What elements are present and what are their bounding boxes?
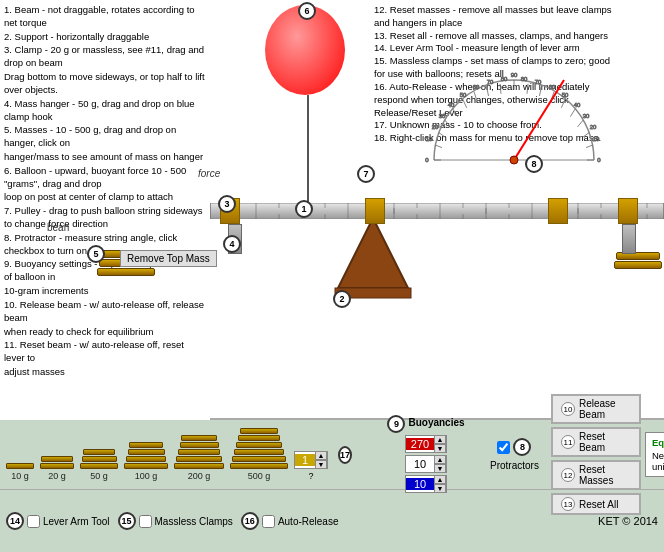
btn-num-11: 11 [561, 435, 575, 449]
buoyancy-spinner-1[interactable]: 270 ▲ ▼ [405, 435, 447, 453]
num-label-9: 9 [387, 415, 405, 433]
mass-200g[interactable]: 200 g [174, 435, 224, 481]
checkbox-8[interactable] [497, 441, 510, 454]
svg-text:60: 60 [473, 84, 480, 90]
checkbox-massless-clamps[interactable] [139, 515, 152, 528]
mass-stack-right[interactable] [614, 252, 662, 269]
num-label-4: 4 [223, 235, 241, 253]
simulation-area: 1. Beam - not draggable, rotates accordi… [0, 0, 664, 420]
release-beam-label: Release Beam [579, 398, 631, 420]
instr-12a: 12. Reset masses - remove all masses but… [374, 4, 660, 17]
buoyancy-val-1: 270 [406, 438, 434, 450]
clamp-right1[interactable] [548, 198, 568, 224]
ket-copyright: KET © 2014 [598, 515, 658, 527]
svg-text:80: 80 [501, 76, 508, 82]
svg-line-52 [570, 109, 575, 117]
num-label-15: 15 [118, 512, 136, 530]
num-label-14: 14 [6, 512, 24, 530]
num-label-2: 2 [333, 290, 351, 308]
lever-arm-tool-item: 14 Lever Arm Tool [6, 512, 110, 530]
hanger-right[interactable] [622, 224, 636, 254]
svg-text:20: 20 [590, 124, 597, 130]
svg-text:20: 20 [432, 124, 439, 130]
unknown-mass-section: 1 ▲ ▼ ? [294, 451, 328, 481]
clamp-middle[interactable] [365, 198, 385, 224]
num-label-3: 3 [218, 195, 236, 213]
svg-line-50 [578, 120, 584, 127]
mass-plate-3 [97, 268, 155, 276]
unknown-mass-down[interactable]: ▼ [315, 460, 327, 469]
svg-text:30: 30 [583, 113, 590, 119]
btn-num-10: 10 [561, 402, 575, 416]
force-label: force [198, 168, 220, 179]
reset-masses-button[interactable]: 12 Reset Masses [551, 460, 641, 490]
buoyancy-row-2: 10 ▲ ▼ [405, 455, 447, 473]
svg-text:70: 70 [487, 79, 494, 85]
svg-marker-0 [338, 218, 408, 288]
mass-plate-r2 [614, 261, 662, 269]
svg-text:90: 90 [511, 72, 518, 78]
reset-masses-label: Reset Masses [579, 464, 631, 486]
buoy1-up[interactable]: ▲ [434, 435, 446, 444]
svg-text:0: 0 [597, 157, 601, 163]
buoy1-down[interactable]: ▼ [434, 444, 446, 453]
mass-500g[interactable]: 500 g [230, 428, 288, 481]
instr-6b: loop on post at center of clamp to attac… [4, 191, 206, 204]
clamp-right2[interactable] [618, 198, 638, 224]
mass-100g[interactable]: 100 g [124, 442, 168, 481]
instr-11a: 11. Reset beam - w/ auto-release off, re… [4, 339, 206, 365]
unknown-mass-spinner[interactable]: 1 ▲ ▼ [294, 451, 328, 469]
auto-release-label: Auto-Release [278, 516, 339, 527]
svg-line-70 [463, 99, 467, 108]
svg-point-83 [510, 156, 518, 164]
instr-10a: 10. Release beam - w/ auto-release off, … [4, 299, 206, 325]
massless-clamps-label: Massless Clamps [155, 516, 233, 527]
svg-line-54 [561, 99, 565, 108]
instr-2: 2. Support - horizontally draggable [4, 31, 206, 44]
remove-top-mass-button[interactable]: Remove Top Mass [120, 250, 217, 267]
controls-panel: 10 g 20 g 50 g [0, 420, 664, 552]
protractor[interactable]: 0 10 20 30 40 50 60 [424, 50, 604, 170]
svg-text:80: 80 [521, 76, 528, 82]
svg-line-68 [474, 92, 477, 101]
controls-top-row: 10 g 20 g 50 g [0, 420, 664, 490]
buoy3-up[interactable]: ▲ [434, 475, 446, 484]
mass-50g[interactable]: 50 g [80, 449, 118, 481]
beam[interactable] [210, 203, 664, 219]
buoyancies-section: 9 Buoyancies 270 ▲ ▼ 10 ▲ [366, 415, 486, 495]
release-beam-button[interactable]: 10 Release Beam [551, 394, 641, 424]
num-label-7: 7 [357, 165, 375, 183]
num-label-5: 5 [87, 245, 105, 263]
mass-20g[interactable]: 20 g [40, 456, 74, 481]
protractors-section: 8 Protractors [490, 438, 539, 471]
mass-10g[interactable]: 10 g [6, 463, 34, 481]
svg-text:10: 10 [593, 136, 600, 142]
buoyancy-spinner-2[interactable]: 10 ▲ ▼ [405, 455, 447, 473]
instr-5a: 5. Masses - 10 - 500 g, drag and drop on… [4, 124, 206, 150]
net-torque: Net torque: -0.110 arbitrary units [652, 450, 664, 472]
svg-text:40: 40 [574, 102, 581, 108]
reset-beam-label: Reset Beam [579, 431, 631, 453]
checkbox-auto-release[interactable] [262, 515, 275, 528]
svg-text:40: 40 [448, 102, 455, 108]
buoy2-down[interactable]: ▼ [434, 464, 446, 473]
protractors-label: Protractors [490, 460, 539, 471]
instr-12b: and hangers in place [374, 17, 660, 30]
instr-5b: hanger/mass to see amount of mass on han… [4, 151, 206, 164]
num-label-17: 17 [338, 446, 352, 464]
checkbox-lever-arm[interactable] [27, 515, 40, 528]
svg-line-74 [445, 120, 451, 127]
protractor-svg: 0 10 20 30 40 50 60 [424, 50, 604, 170]
instr-10b: when ready to check for equilibrium [4, 326, 206, 339]
instructions-left: 1. Beam - not draggable, rotates accordi… [0, 0, 210, 420]
instr-3: 3. Clamp - 20 g or massless, see #11, dr… [4, 44, 206, 70]
svg-text:30: 30 [439, 113, 446, 119]
bean-label: bean [47, 222, 69, 233]
unknown-mass-up[interactable]: ▲ [315, 451, 327, 460]
svg-line-66 [487, 87, 489, 97]
buoy2-up[interactable]: ▲ [434, 455, 446, 464]
svg-line-48 [583, 133, 589, 137]
buoyancies-label: Buoyancies [408, 417, 464, 428]
reset-beam-button[interactable]: 11 Reset Beam [551, 427, 641, 457]
eq-title: Equilibrium Achieved (+/- 2%) [652, 437, 664, 448]
